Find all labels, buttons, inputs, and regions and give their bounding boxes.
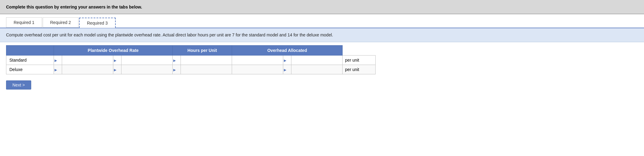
row-label-deluxe: Deluxe [6,65,54,74]
arrow-3-standard [172,56,181,65]
input-plantwide-rate-2-deluxe[interactable] [121,65,172,74]
overhead-allocated-standard-input[interactable] [293,57,340,63]
input-hours-per-unit-1-deluxe[interactable] [181,65,232,74]
instruction-bar: Complete this question by entering your … [0,0,644,14]
description-bar: Compute overhead cost per unit for each … [0,28,644,42]
row-label-standard: Standard [6,56,54,65]
arrow-1-deluxe [54,65,62,74]
per-unit-label-deluxe: per unit [343,65,376,74]
tabs-container: Required 1 Required 2 Required 3 [0,14,644,28]
arrow-2-deluxe [113,65,121,74]
input-plantwide-rate-2-standard[interactable] [121,56,172,65]
input-plantwide-rate-1-deluxe[interactable] [62,65,113,74]
per-unit-label-standard: per unit [343,56,376,65]
instruction-text: Complete this question by entering your … [6,5,142,9]
arrow-1-standard [54,56,62,65]
bottom-button-row: Next > [0,77,644,93]
description-text: Compute overhead cost per unit for each … [6,32,333,37]
plantwide-rate-1-standard-input[interactable] [64,57,111,63]
header-hours-per-unit: Hours per Unit [172,46,232,56]
overhead-table: Plantwide Overhead Rate Hours per Unit O… [6,45,376,74]
hours-per-unit-2-standard-input[interactable] [234,57,281,63]
plantwide-rate-2-standard-input[interactable] [123,57,171,63]
tab-required-3[interactable]: Required 3 [79,18,116,28]
table-row: Deluxe [6,65,376,74]
main-table-container: Plantwide Overhead Rate Hours per Unit O… [0,42,644,77]
input-hours-per-unit-1-standard[interactable] [181,56,232,65]
input-hours-per-unit-2-deluxe[interactable] [232,65,283,74]
plantwide-rate-2-deluxe-input[interactable] [123,66,171,73]
header-overhead-allocated: Overhead Allocated [232,46,342,56]
header-empty [6,46,54,56]
arrow-5-standard [283,56,291,65]
plantwide-rate-1-deluxe-input[interactable] [64,66,111,73]
tab-required-2[interactable]: Required 2 [43,17,79,28]
tab-required-1[interactable]: Required 1 [6,17,42,28]
hours-per-unit-1-deluxe-input[interactable] [183,66,230,73]
arrow-5-deluxe [283,65,291,74]
arrow-3-deluxe [172,65,181,74]
arrow-2-standard [113,56,121,65]
hours-per-unit-2-deluxe-input[interactable] [234,66,281,73]
header-plantwide-overhead-rate: Plantwide Overhead Rate [54,46,173,56]
input-hours-per-unit-2-standard[interactable] [232,56,283,65]
input-overhead-allocated-standard[interactable] [291,56,342,65]
input-overhead-allocated-deluxe[interactable] [291,65,342,74]
table-row: Standard [6,56,376,65]
overhead-allocated-deluxe-input[interactable] [293,66,340,73]
input-plantwide-rate-1-standard[interactable] [62,56,113,65]
next-button[interactable]: Next > [6,80,31,90]
hours-per-unit-1-standard-input[interactable] [183,57,230,63]
